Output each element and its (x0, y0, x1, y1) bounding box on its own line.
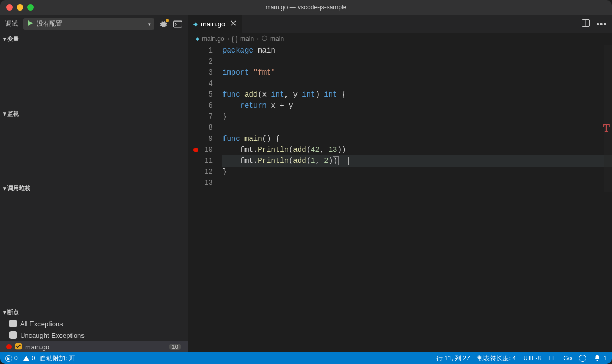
code-line[interactable]: func main() { (222, 133, 612, 144)
gear-icon[interactable] (159, 20, 168, 28)
line-number[interactable]: 13 (188, 178, 213, 189)
warning-dot-icon (166, 19, 169, 22)
breakpoints-header[interactable]: ▾ 断点 (0, 306, 188, 318)
breakpoint-dot-icon (6, 344, 12, 349)
line-number[interactable]: 10 (188, 144, 213, 155)
notification-count: 1 (603, 355, 607, 362)
chevron-down-icon: ▾ (3, 36, 6, 43)
variables-header[interactable]: ▾ 变量 (0, 33, 188, 45)
line-gutter[interactable]: 12345678910111213 (188, 45, 222, 352)
line-number[interactable]: 5 (188, 89, 213, 100)
close-window-button[interactable] (6, 4, 13, 11)
feedback-icon[interactable] (579, 355, 586, 362)
line-number[interactable]: 3 (188, 67, 213, 78)
bp-label: Uncaught Exceptions (20, 331, 85, 339)
code-line[interactable]: func add(x int, y int) int { (222, 89, 612, 100)
line-number[interactable]: 1 (188, 45, 213, 56)
bp-line-number: 10 (169, 344, 181, 350)
status-encoding[interactable]: UTF-8 (523, 355, 541, 362)
tab-label: main.go (201, 20, 225, 28)
checkbox-icon[interactable] (9, 331, 17, 339)
editor-area: ◆ main.go ••• ◆ main.go › { } main › (188, 15, 612, 352)
breakpoint-uncaught-exceptions[interactable]: Uncaught Exceptions (0, 329, 188, 341)
line-number[interactable]: 2 (188, 56, 213, 67)
status-auto-attach[interactable]: 自动附加: 开 (40, 354, 75, 363)
code-line[interactable]: return x + y (222, 100, 612, 111)
breakpoint-icon[interactable] (193, 148, 198, 152)
bp-label: All Exceptions (20, 320, 63, 328)
variables-label: 变量 (7, 35, 19, 43)
chevron-right-icon: › (227, 35, 229, 43)
code-line[interactable]: } (222, 167, 612, 178)
editor-actions: ••• (576, 15, 612, 33)
line-number[interactable]: 7 (188, 111, 213, 122)
chevron-down-icon: ▾ (3, 110, 6, 117)
status-notifications[interactable]: 1 (594, 354, 607, 363)
status-tab-size[interactable]: 制表符长度: 4 (477, 354, 516, 363)
breadcrumb-file[interactable]: main.go (202, 35, 225, 43)
play-icon (26, 19, 34, 29)
status-eol[interactable]: LF (548, 355, 556, 362)
line-number[interactable]: 8 (188, 122, 213, 133)
code-editor[interactable]: 12345678910111213 package mainimport "fm… (188, 45, 612, 352)
close-icon[interactable] (230, 20, 237, 28)
code-line[interactable] (222, 78, 612, 89)
tab-main-go[interactable]: ◆ main.go (188, 15, 242, 33)
breadcrumb[interactable]: ◆ main.go › { } main › main (188, 33, 612, 45)
callstack-label: 调用堆栈 (7, 184, 30, 192)
line-number[interactable]: 4 (188, 78, 213, 89)
text-cursor (348, 157, 349, 165)
code-line[interactable]: package main (222, 45, 612, 56)
error-count: 0 (14, 355, 18, 362)
code-line[interactable]: fmt.Println(add(42, 13)) (222, 144, 612, 155)
line-number[interactable]: 11 (188, 155, 213, 167)
debug-config-select[interactable]: 没有配置 ▾ (23, 18, 154, 30)
split-editor-icon[interactable] (582, 19, 590, 29)
code-line[interactable] (222, 56, 612, 67)
checkbox-icon[interactable] (9, 320, 17, 327)
more-icon[interactable]: ••• (596, 19, 607, 29)
status-cursor-position[interactable]: 行 11, 列 27 (436, 354, 470, 363)
bell-icon (594, 354, 601, 363)
code-line[interactable]: } (222, 111, 612, 122)
code-line[interactable] (222, 178, 612, 189)
minimize-window-button[interactable] (17, 4, 23, 11)
watch-body (0, 119, 188, 182)
titlebar: main.go — vscode-js-sample (0, 0, 612, 15)
breadcrumb-symbol[interactable]: main (270, 35, 284, 43)
window-controls (0, 4, 34, 11)
namespace-icon: { } (232, 35, 238, 43)
line-number[interactable]: 9 (188, 133, 213, 144)
code-content[interactable]: package mainimport "fmt"func add(x int, … (222, 45, 612, 352)
debug-console-icon[interactable] (173, 20, 182, 28)
status-warnings[interactable]: 0 (23, 355, 35, 362)
go-file-icon: ◆ (196, 36, 199, 41)
minimap[interactable] (604, 45, 612, 192)
line-number[interactable]: 6 (188, 100, 213, 111)
config-name: 没有配置 (37, 19, 145, 28)
svg-rect-0 (173, 21, 182, 27)
code-line[interactable]: fmt.Println(add(1, 2)) (222, 155, 612, 167)
code-line[interactable] (222, 122, 612, 133)
breadcrumb-scope[interactable]: main (240, 35, 254, 43)
callstack-header[interactable]: ▾ 调用堆栈 (0, 182, 188, 194)
watch-section: ▾ 监视 (0, 108, 188, 119)
chevron-down-icon: ▾ (148, 22, 151, 27)
main-content: 调试 没有配置 ▾ ▾ 变量 (0, 15, 612, 352)
debug-sidebar: 调试 没有配置 ▾ ▾ 变量 (0, 15, 188, 352)
status-errors[interactable]: 0 (5, 355, 18, 362)
breakpoint-all-exceptions[interactable]: All Exceptions (0, 318, 188, 329)
breakpoints-label: 断点 (7, 308, 19, 316)
code-line[interactable]: import "fmt" (222, 67, 612, 78)
watch-header[interactable]: ▾ 监视 (0, 108, 188, 119)
variables-section: ▾ 变量 (0, 33, 188, 45)
function-icon (261, 35, 268, 43)
status-language[interactable]: Go (563, 355, 572, 362)
chevron-down-icon: ▾ (3, 309, 6, 316)
maximize-window-button[interactable] (27, 4, 34, 11)
bp-file-name: main.go (25, 343, 49, 351)
debug-toolbar: 调试 没有配置 ▾ (0, 15, 188, 33)
auto-attach-label: 自动附加: 开 (40, 354, 75, 363)
line-number[interactable]: 12 (188, 167, 213, 178)
breakpoint-file-item[interactable]: main.go 10 (0, 341, 188, 352)
